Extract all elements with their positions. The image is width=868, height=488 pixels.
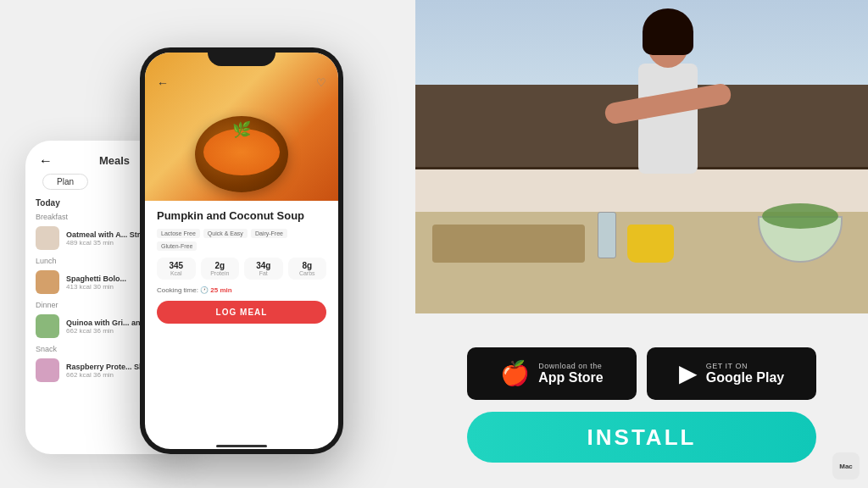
kcal-item: 345 Kcal: [157, 258, 196, 280]
tag-quick: Quick & Easy: [203, 229, 248, 238]
mac-badge: Mac: [832, 452, 860, 480]
nutrition-row: 345 Kcal 2g Protein 34g Fat 8g Carbs: [157, 258, 326, 280]
phone-screen: ← ♡ 🌿 Pumpkin and Coconut Soup Lactose F…: [145, 53, 338, 449]
app-store-button[interactable]: 🍎 Download on the App Store: [467, 347, 637, 400]
fat-label: Fat: [249, 270, 278, 276]
app-store-name: App Store: [538, 370, 603, 385]
install-label: INSTALL: [587, 424, 697, 451]
home-indicator: [216, 445, 267, 447]
fat-value: 34g: [249, 261, 278, 270]
soup-image: ← ♡ 🌿: [145, 53, 338, 201]
tag-lactose: Lactose Free: [157, 229, 200, 238]
dinner-thumb: [36, 314, 59, 338]
soup-bowl: 🌿: [195, 116, 288, 192]
glass: [598, 212, 616, 258]
plan-tab[interactable]: Plan: [42, 174, 88, 190]
photo-container: [415, 0, 868, 313]
apple-icon: 🍎: [500, 362, 530, 385]
log-meal-button[interactable]: LOG MEAL: [157, 301, 326, 324]
protein-item: 2g Protein: [201, 258, 240, 280]
app-store-sub: Download on the: [538, 362, 603, 370]
lunch-thumb: [36, 270, 59, 294]
install-button[interactable]: INSTALL: [467, 412, 816, 463]
carbs-label: Carbs: [293, 270, 322, 276]
tag-dairy: Dairy-Free: [251, 229, 287, 238]
woman-cooking-image: [415, 0, 868, 313]
recipe-title: Pumpkin and Coconut Soup: [157, 209, 326, 222]
salad: [762, 203, 838, 229]
pepper: [627, 225, 674, 263]
left-panel: ← Meals ℹ Plan Today Breakfast Oatmeal w…: [0, 0, 415, 488]
fat-item: 34g Fat: [244, 258, 283, 280]
carbs-item: 8g Carbs: [288, 258, 327, 280]
hair: [643, 8, 693, 55]
snack-thumb: [36, 358, 59, 382]
cooking-time: Cooking time: 🕐 25 min: [157, 286, 326, 294]
tags-row: Lactose Free Quick & Easy Dairy-Free Glu…: [157, 229, 326, 251]
protein-label: Protein: [206, 270, 235, 276]
protein-value: 2g: [206, 261, 235, 270]
cooking-time-value: 25 min: [210, 286, 231, 294]
foreground-phone: ← ♡ 🌿 Pumpkin and Coconut Soup Lactose F…: [140, 47, 343, 454]
google-play-icon: ▶: [679, 362, 698, 385]
google-play-sub: GET IT ON: [706, 362, 784, 370]
phone-notch: [208, 47, 275, 66]
back-arrow-icon: ←: [39, 153, 53, 169]
cutting-board: [432, 225, 585, 263]
body: [638, 64, 698, 174]
google-play-button[interactable]: ▶ GET IT ON Google Play: [647, 347, 816, 400]
soup-details: Pumpkin and Coconut Soup Lactose Free Qu…: [145, 201, 338, 332]
kcal-value: 345: [162, 261, 191, 270]
carbs-value: 8g: [293, 261, 322, 270]
google-play-name: Google Play: [706, 370, 784, 385]
favorite-icon[interactable]: ♡: [316, 76, 326, 89]
right-panel: 🍎 Download on the App Store ▶ GET IT ON …: [415, 0, 868, 488]
store-buttons: 🍎 Download on the App Store ▶ GET IT ON …: [467, 347, 816, 400]
kcal-label: Kcal: [162, 270, 191, 276]
tag-gluten: Gluten-Free: [157, 241, 197, 251]
recipe-back-icon[interactable]: ←: [157, 76, 169, 90]
breakfast-thumb: [36, 226, 59, 250]
meals-title: Meals: [99, 154, 130, 167]
soup-garnish-icon: 🌿: [232, 120, 251, 139]
